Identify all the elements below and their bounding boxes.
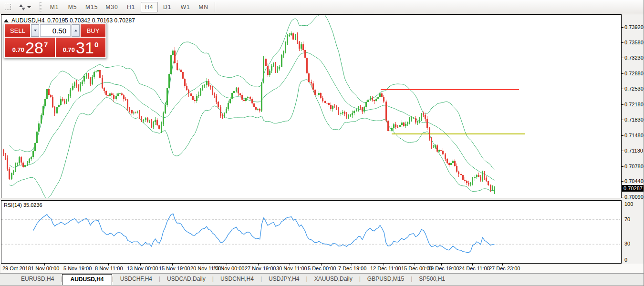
time-axis-label: 29 Oct 2018 (2, 266, 31, 271)
price-axis-tick (622, 151, 623, 151)
chart-tab-gbpusd-m15[interactable]: GBPUSD,M15 (361, 274, 411, 284)
buy-price-display[interactable]: 0.70 31 0 (56, 38, 105, 57)
rsi-value-label: RSI(14) 35.0236 (4, 202, 42, 208)
timeframe-button-mn[interactable]: MN (195, 2, 212, 12)
buy-price-pip: 0 (94, 41, 98, 49)
price-axis-label: 0.70440 (624, 178, 644, 184)
buy-price-big: 31 (76, 40, 94, 55)
rsi-axis: 10070300 (622, 200, 644, 264)
time-axis-label: 7 Dec 19:00 (338, 266, 366, 271)
chart-tab-sp500-h1[interactable]: SP500,H1 (412, 274, 452, 284)
arrow-down-icon (34, 30, 37, 31)
top-toolbar: M1M5M15M30H1H4D1W1MN (0, 0, 644, 14)
price-axis-tick (622, 181, 623, 182)
price-axis-tick (622, 42, 623, 43)
time-axis-label: 13 Nov 00:00 (127, 266, 158, 271)
sell-button[interactable]: SELL (5, 24, 30, 37)
price-axis-label: 0.70090 (624, 194, 644, 200)
timeframe-button-m5[interactable]: M5 (64, 2, 81, 12)
price-axis-tick (622, 89, 623, 89)
time-axis-label: 24 Dec 11:00 (459, 266, 490, 271)
chart-tab-usdcnh-h4[interactable]: USDCNH,H4 (214, 274, 260, 284)
timeframe-button-w1[interactable]: W1 (177, 2, 194, 12)
price-axis-label: 0.71830 (624, 117, 644, 123)
price-axis-tick (622, 166, 623, 167)
timeframe-button-group: M1M5M15M30H1H4D1W1MN (45, 2, 213, 12)
dropdown-caret-icon (27, 6, 31, 8)
selection-icon (5, 4, 11, 10)
current-price-tag: 0.70287 (622, 185, 644, 192)
timeframe-button-h4[interactable]: H4 (141, 2, 158, 12)
price-axis-label: 0.73920 (624, 24, 644, 30)
price-axis[interactable]: 0.739200.735800.732300.728800.725300.721… (622, 14, 644, 198)
price-axis-tick (622, 27, 623, 28)
price-axis-label: 0.71480 (624, 133, 644, 138)
sell-price-pip: 7 (44, 41, 48, 49)
chart-tab-audusd-h4[interactable]: AUDUSD,H4 (62, 274, 112, 285)
volume-decrease-button[interactable] (31, 24, 39, 37)
chart-tab-bar: EURUSD,H4|AUDUSD,H4|USDCHF,H4|USDCAD,Dai… (0, 273, 644, 286)
rsi-axis-label: 0 (624, 257, 627, 263)
expand-triangle-icon[interactable] (4, 19, 9, 22)
time-axis-label: 12 Dec 11:00 (370, 266, 401, 271)
chart-tab-usdchf-h4[interactable]: USDCHF,H4 (114, 274, 159, 284)
time-axis-label: 5 Nov 19:00 (63, 266, 92, 271)
price-axis-tick (622, 104, 623, 105)
price-axis-label: 0.72880 (624, 71, 644, 76)
volume-increase-button[interactable] (72, 24, 80, 37)
price-axis-label: 0.71130 (624, 148, 643, 153)
toolbar-grip-handle[interactable] (39, 2, 42, 12)
sell-price-big: 28 (25, 40, 43, 55)
price-axis-tick (622, 120, 623, 120)
one-click-trade-panel: SELL 0.50 BUY 0.70 28 7 0.70 31 0 (4, 23, 107, 58)
time-axis-label: 27 Dec 23:00 (489, 266, 520, 271)
chart-tab-eurusd-h4[interactable]: EURUSD,H4 (14, 274, 61, 284)
arrange-arrows-icon (19, 4, 25, 10)
timeframe-button-m30[interactable]: M30 (102, 2, 121, 12)
rsi-axis-label: 100 (624, 201, 633, 207)
timeframe-button-h1[interactable]: H1 (123, 2, 140, 12)
time-axis-label: 23 Nov 00:00 (213, 266, 244, 271)
rsi-axis-label: 70 (624, 216, 630, 222)
chart-tab-xauusd-daily[interactable]: XAUUSD,Daily (308, 274, 359, 284)
price-axis-tick (622, 73, 623, 74)
timeframe-button-d1[interactable]: D1 (159, 2, 176, 12)
price-axis-tick (622, 135, 623, 136)
selection-tool-button[interactable] (1, 1, 14, 13)
time-axis-label: 15 Nov 19:00 (159, 266, 190, 271)
time-axis[interactable]: 29 Oct 20181 Nov 00:005 Nov 19:008 Nov 1… (1, 264, 644, 273)
price-axis-label: 0.70780 (624, 163, 644, 169)
price-axis-tick (622, 197, 623, 197)
sell-price-display[interactable]: 0.70 28 7 (5, 38, 55, 57)
buy-button[interactable]: BUY (81, 24, 105, 37)
buy-price-prefix: 0.70 (63, 46, 75, 53)
arrow-up-icon (74, 30, 77, 31)
rsi-axis-label: 30 (624, 241, 630, 246)
price-axis-label: 0.73230 (624, 55, 644, 61)
rsi-chart-canvas[interactable] (1, 201, 621, 263)
time-axis-label: 30 Nov 11:00 (276, 266, 307, 271)
time-axis-label: 8 Nov 11:00 (95, 266, 123, 271)
volume-input[interactable]: 0.50 (40, 24, 71, 37)
toolbar-separator (215, 2, 215, 12)
timeframe-button-m15[interactable]: M15 (82, 2, 101, 12)
arrange-charts-button[interactable] (15, 1, 34, 13)
time-axis-label: 1 Nov 00:00 (31, 266, 59, 271)
time-axis-label: 27 Nov 19:00 (245, 266, 276, 271)
price-axis-tick (622, 58, 623, 58)
timeframe-button-m1[interactable]: M1 (46, 2, 63, 12)
rsi-indicator-panel[interactable] (1, 200, 622, 264)
time-axis-label: 19 Dec 19:00 (428, 266, 459, 271)
price-axis-label: 0.73580 (624, 40, 644, 45)
price-axis-label: 0.72530 (624, 86, 644, 92)
sell-price-prefix: 0.70 (12, 46, 24, 53)
trading-terminal-window: M1M5M15M30H1H4D1W1MN AUDUSD,H4 0.70195 0… (0, 0, 644, 286)
price-axis-label: 0.72180 (624, 102, 644, 107)
chart-tab-usdjpy-h4[interactable]: USDJPY,H4 (262, 274, 306, 284)
time-axis-label: 5 Dec 00:00 (308, 266, 336, 271)
chart-tab-usdcad-daily[interactable]: USDCAD,Daily (160, 274, 212, 284)
